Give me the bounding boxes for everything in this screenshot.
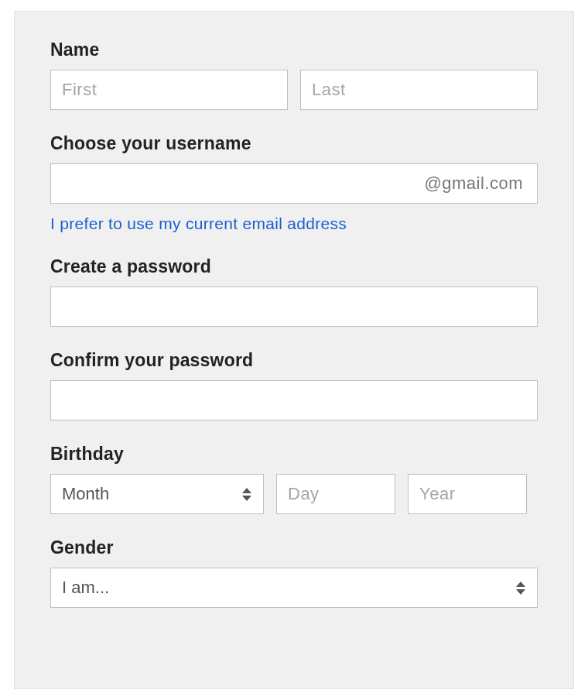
gender-label: Gender: [50, 537, 538, 558]
confirm-password-input[interactable]: [50, 380, 538, 420]
username-suffix: @gmail.com: [424, 173, 523, 194]
create-password-label: Create a password: [50, 256, 538, 277]
birthday-year-input[interactable]: [408, 474, 527, 514]
gender-select[interactable]: I am...: [50, 568, 538, 608]
username-field-wrap: @gmail.com: [50, 163, 538, 204]
birthday-day-input[interactable]: [276, 474, 395, 514]
username-input[interactable]: [51, 165, 424, 202]
create-password-input[interactable]: [50, 287, 538, 327]
name-label: Name: [50, 39, 538, 60]
gender-value: I am...: [62, 578, 109, 598]
last-name-input[interactable]: [300, 70, 538, 110]
gender-group: Gender I am...: [50, 537, 538, 608]
use-current-email-link[interactable]: I prefer to use my current email address: [50, 214, 347, 233]
first-name-input[interactable]: [50, 70, 288, 110]
name-group: Name: [50, 39, 538, 110]
stepper-icon: [240, 485, 254, 503]
signup-form: Name Choose your username @gmail.com I p…: [14, 11, 574, 689]
confirm-password-group: Confirm your password: [50, 350, 538, 420]
birthday-month-select[interactable]: Month: [50, 474, 264, 514]
birthday-month-value: Month: [62, 484, 109, 504]
create-password-group: Create a password: [50, 256, 538, 327]
confirm-password-label: Confirm your password: [50, 350, 538, 371]
stepper-icon: [514, 578, 528, 597]
username-label: Choose your username: [50, 133, 538, 154]
username-group: Choose your username @gmail.com I prefer…: [50, 133, 538, 233]
birthday-label: Birthday: [50, 444, 538, 465]
birthday-group: Birthday Month: [50, 444, 538, 514]
